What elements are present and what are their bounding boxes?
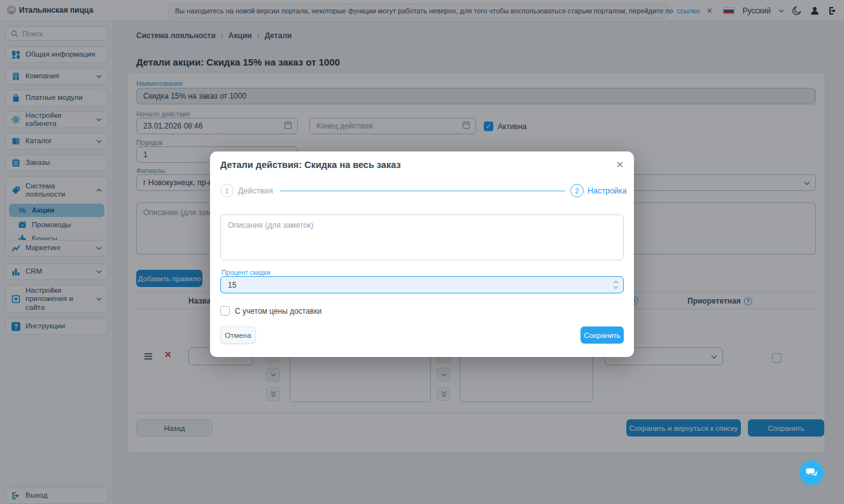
delivery-price-label: С учетом цены доставки [235,307,321,316]
modal-save-button[interactable]: Сохранить [580,326,624,344]
app-window: Итальянская пицца Вы находитесь на новой… [0,0,844,504]
spinner-down-icon[interactable] [613,286,619,289]
step-1-label[interactable]: Действия [238,186,273,195]
modal-title: Детали действия: Скидка на весь заказ [220,160,401,170]
step-1-circle: 1 [220,184,234,197]
step-connector-line [280,190,565,192]
chat-bubbles-icon [806,468,817,478]
delivery-price-checkbox[interactable] [220,306,230,316]
modal-cancel-button[interactable]: Отмена [220,326,256,344]
discount-percent-field [220,276,624,293]
modal-description-textarea[interactable] [220,214,624,260]
modal-close-icon[interactable]: ✕ [615,159,624,171]
chat-button[interactable] [800,461,823,484]
step-2-circle: 2 [570,184,584,197]
delivery-price-checkbox-row: С учетом цены доставки [220,306,321,316]
step-2-label[interactable]: Настройка [587,186,627,195]
number-spinner [613,281,619,289]
spinner-up-icon[interactable] [613,281,619,284]
action-details-modal: Детали действия: Скидка на весь заказ ✕ … [210,151,634,357]
discount-percent-label: Процент скидки [222,269,271,276]
discount-percent-input[interactable] [221,281,590,290]
